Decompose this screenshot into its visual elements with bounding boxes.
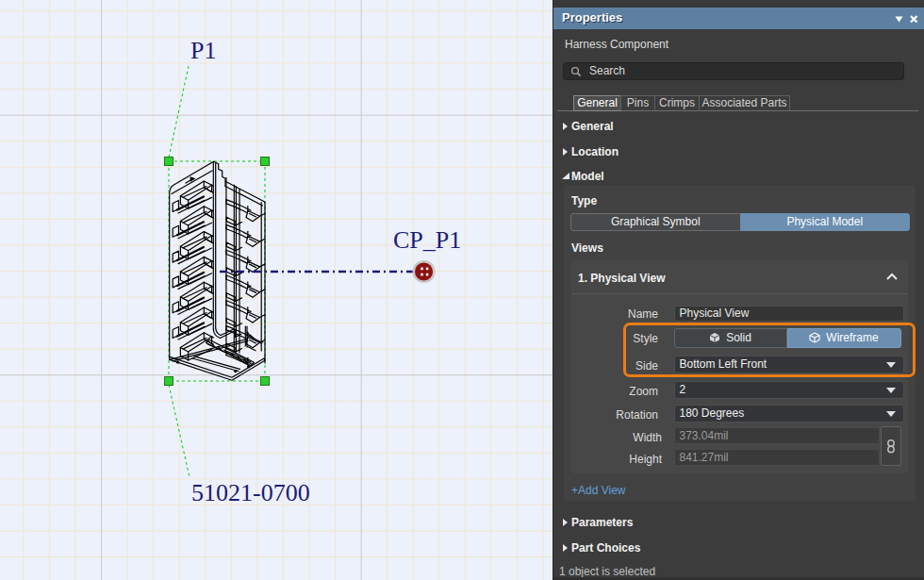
svg-text:P1: P1 — [190, 37, 216, 64]
svg-text:CP_P1: CP_P1 — [393, 226, 461, 254]
svg-text:51021-0700: 51021-0700 — [191, 479, 310, 506]
